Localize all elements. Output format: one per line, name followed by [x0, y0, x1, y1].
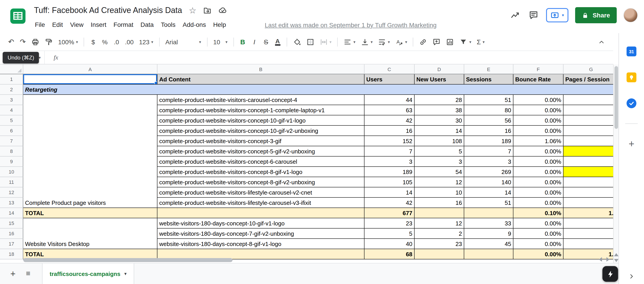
row-header-17[interactable]: 17 [0, 239, 23, 249]
text-rotation-button[interactable]: A ▾ [393, 36, 410, 48]
column-header-C[interactable]: C [364, 64, 414, 74]
cell-F18[interactable]: 0.00% [514, 249, 564, 260]
undo-button[interactable]: ↶ [5, 36, 17, 48]
menu-insert[interactable]: Insert [87, 20, 110, 30]
cell-C4[interactable]: 63 [364, 105, 414, 116]
cell-G16[interactable] [564, 228, 613, 239]
cell-G6[interactable] [564, 126, 613, 136]
select-all-corner[interactable] [0, 64, 23, 74]
cell-D13[interactable]: 16 [414, 198, 464, 208]
cell-G15[interactable] [564, 218, 613, 228]
row-header-10[interactable]: 10 [0, 167, 23, 177]
cell-B4[interactable]: complete-product-website-visitors-concep… [158, 105, 364, 116]
cell-E14[interactable] [464, 208, 514, 218]
cell-D18[interactable] [414, 249, 464, 260]
scroll-down-icon[interactable] [614, 259, 618, 262]
all-sheets-button[interactable]: ≡ [20, 266, 36, 281]
cell-E3[interactable]: 51 [464, 95, 514, 105]
cell-F13[interactable]: 0.00% [514, 198, 564, 208]
cell-E9[interactable]: 3 [464, 156, 514, 167]
cell-C8[interactable]: 7 [364, 146, 414, 156]
add-sheet-button[interactable]: + [5, 266, 20, 281]
extension-lightning-button[interactable] [602, 266, 618, 282]
cell-C12[interactable]: 14 [364, 188, 414, 198]
row-header-3[interactable]: 3 [0, 95, 23, 105]
cell-F8[interactable]: 0.00% [514, 146, 564, 156]
calendar-button[interactable]: 31 [626, 46, 637, 57]
number-format-button[interactable]: 123▾ [136, 36, 156, 48]
cell-G17[interactable] [564, 239, 613, 249]
cell-B1[interactable]: Ad Content [158, 74, 364, 84]
cell-D6[interactable]: 14 [414, 126, 464, 136]
cell-F7[interactable]: 1.06% [514, 136, 564, 146]
cell-G11[interactable] [564, 177, 613, 188]
cell-C10[interactable]: 189 [364, 167, 414, 177]
menu-edit[interactable]: Edit [48, 20, 66, 30]
paint-format-button[interactable] [42, 36, 56, 48]
column-header-D[interactable]: D [414, 64, 464, 74]
column-header-G[interactable]: G [564, 64, 613, 74]
cell-B14[interactable] [158, 208, 364, 218]
cell-G13[interactable] [564, 198, 613, 208]
user-avatar[interactable] [624, 8, 638, 22]
keep-button[interactable] [626, 72, 637, 83]
cell-D8[interactable]: 5 [414, 146, 464, 156]
cell-D12[interactable]: 10 [414, 188, 464, 198]
cell-C18[interactable]: 68 [364, 249, 414, 260]
vertical-scrollbar-thumb[interactable] [614, 66, 618, 129]
cell-E8[interactable]: 7 [464, 146, 514, 156]
cell-B17[interactable]: website-visitors-180-days-concept-8-gif-… [158, 239, 364, 249]
format-percent-button[interactable]: % [99, 36, 111, 48]
cell-B16[interactable]: website-visitors-180-days-concept-7-gif-… [158, 228, 364, 239]
scroll-right-icon[interactable] [606, 257, 610, 262]
menu-format[interactable]: Format [110, 20, 137, 30]
cell-F3[interactable]: 0.00% [514, 95, 564, 105]
document-title[interactable]: Tuff: Facebook Ad Creative Analysis Data [34, 6, 182, 15]
cell-B13[interactable]: complete-product-website-visitors-lifest… [158, 198, 364, 208]
vertical-scrollbar[interactable] [613, 64, 618, 263]
menu-tools[interactable]: Tools [157, 20, 179, 30]
print-button[interactable] [28, 36, 42, 48]
insert-chart-button[interactable] [444, 36, 457, 48]
cell-G7[interactable] [564, 136, 613, 146]
cell-B12[interactable]: complete-product-website-visitors-lifest… [158, 188, 364, 198]
cell-E11[interactable]: 140 [464, 177, 514, 188]
collapse-toolbar-button[interactable] [595, 36, 608, 48]
sheets-logo-icon[interactable] [9, 7, 27, 25]
cell-F4[interactable]: 0.00% [514, 105, 564, 116]
cell-E1[interactable]: Sessions [464, 74, 514, 84]
bold-button[interactable]: B [237, 36, 248, 48]
row-header-16[interactable]: 16 [0, 228, 23, 239]
cell-G10[interactable] [564, 167, 613, 177]
cell-C14[interactable]: 677 [364, 208, 414, 218]
cell-C16[interactable]: 5 [364, 228, 414, 239]
font-select[interactable]: Arial▾ [162, 36, 204, 48]
cell-G8[interactable] [564, 146, 613, 156]
cell-G4[interactable] [564, 105, 613, 116]
cell-F1[interactable]: Bounce Rate [514, 74, 564, 84]
cell-C13[interactable]: 42 [364, 198, 414, 208]
column-header-A[interactable]: A [23, 64, 158, 74]
cell-E10[interactable]: 269 [464, 167, 514, 177]
increase-decimals-button[interactable]: .00 [122, 36, 136, 48]
collapse-side-panel-button[interactable] [618, 268, 644, 284]
format-currency-button[interactable]: $ [88, 36, 99, 48]
sheet-tab-active[interactable]: trafficsources-campaigns ▾ [42, 264, 134, 284]
cell-D15[interactable]: 12 [414, 218, 464, 228]
column-header-E[interactable]: E [464, 64, 514, 74]
filter-button[interactable]: ▾ [457, 36, 474, 48]
cell-C17[interactable]: 40 [364, 239, 414, 249]
cell-D9[interactable]: 3 [414, 156, 464, 167]
borders-button[interactable] [304, 36, 317, 48]
cell-C11[interactable]: 105 [364, 177, 414, 188]
selection-fill-handle[interactable] [154, 82, 158, 84]
cell-F10[interactable]: 0.00% [514, 167, 564, 177]
cell-F11[interactable]: 0.00% [514, 177, 564, 188]
cell-D5[interactable]: 30 [414, 116, 464, 126]
cell-D10[interactable]: 54 [414, 167, 464, 177]
cell-E4[interactable]: 80 [464, 105, 514, 116]
activity-trend-button[interactable] [509, 10, 521, 21]
row-header-9[interactable]: 9 [0, 156, 23, 167]
row-header-1[interactable]: 1 [0, 74, 23, 84]
menu-data[interactable]: Data [137, 20, 157, 30]
